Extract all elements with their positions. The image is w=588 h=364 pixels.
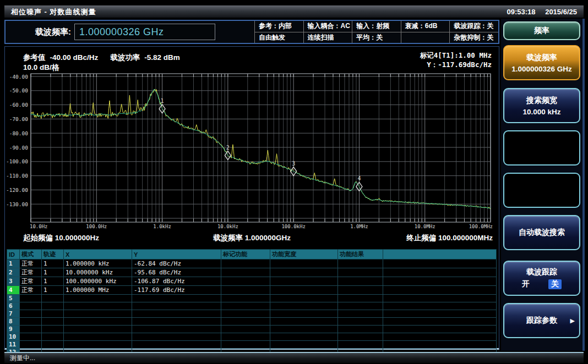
table-row[interactable]: 1正常11.000000 kHz-62.84 dBc/Hz xyxy=(7,260,497,268)
ref-value: -40.00 dBc/Hz xyxy=(50,53,99,62)
table-row[interactable]: 3正常1100.000000 kHz-106.87 dBc/Hz xyxy=(7,277,497,286)
search-span-button[interactable]: 搜索频宽 10.000 kHz xyxy=(503,88,580,123)
carrier-power-label: 载波功率 xyxy=(110,53,140,62)
column-header: Y xyxy=(132,250,221,260)
table-row[interactable]: 5 xyxy=(7,295,497,302)
table-row[interactable]: 8 xyxy=(7,318,497,326)
column-header: 轨迹 xyxy=(42,250,64,260)
table-row[interactable]: 7 xyxy=(7,310,497,318)
carrier-power-value: -5.82 dBm xyxy=(144,53,180,62)
date-display: 2015/6/25 xyxy=(545,8,577,16)
ref-label: 参考值 xyxy=(23,53,46,62)
setting-cell: 杂散抑制：关 xyxy=(450,32,498,43)
svg-text:1.0kHz: 1.0kHz xyxy=(153,224,171,229)
table-row[interactable]: 11 xyxy=(7,341,497,349)
submenu-arrow-icon: ▶ xyxy=(570,317,575,324)
top-status-row: 载波频率: 1.000000326 GHz 参考：内部输入耦合：AC输入：射频衰… xyxy=(4,20,499,44)
tracking-params-button[interactable]: 跟踪参数 ▶ xyxy=(503,303,580,338)
window-title: 相位噪声 - 对数曲线测量 xyxy=(11,7,96,17)
svg-text:10.0kHz: 10.0kHz xyxy=(217,224,238,229)
plot-area: -40.00-50.00-60.00-70.00-80.00-90.00-100… xyxy=(7,72,497,231)
svg-text:-80.00: -80.00 xyxy=(9,130,29,136)
settings-grid: 参考：内部输入耦合：AC输入：射频衰减：6dB载波跟踪：关自由触发连续扫描平均：… xyxy=(254,21,498,43)
main-panel: 参考值-40.00 dBc/Hz载波功率-5.82 dBm 10.0 dB/格 … xyxy=(4,46,499,350)
carrier-frequency-label: 载波频率: xyxy=(35,27,71,37)
svg-text:1.0MHz: 1.0MHz xyxy=(350,224,368,229)
column-header: 功能宽度 xyxy=(270,250,338,260)
marker-table: ID模式轨迹XY标记功能功能宽度功能结果1正常11.000000 kHz-62.… xyxy=(7,249,497,356)
chart-header: 参考值-40.00 dBc/Hz载波功率-5.82 dBm 10.0 dB/格 … xyxy=(7,48,497,72)
svg-text:100.0kHz: 100.0kHz xyxy=(281,224,305,229)
column-header: 标记功能 xyxy=(221,250,270,260)
svg-text:10.0MHz: 10.0MHz xyxy=(415,224,435,229)
svg-text:3: 3 xyxy=(292,161,295,167)
marker-readout-y: Y：-117.69dBc/Hz xyxy=(420,60,492,69)
trace-marker-2: 2 xyxy=(225,145,231,160)
table-row[interactable]: 9 xyxy=(7,326,497,333)
svg-text:-100.00: -100.00 xyxy=(7,158,28,164)
carrier-tracking-toggle[interactable]: 载波跟踪 开 关 xyxy=(503,261,580,296)
tracking-off-option[interactable]: 关 xyxy=(548,279,562,289)
trace-marker-3: 3 xyxy=(291,161,297,176)
trace-marker-1: 1 xyxy=(159,98,165,113)
svg-text:-90.00: -90.00 xyxy=(9,145,29,151)
carrier-frequency-box: 载波频率: 1.000000326 GHz xyxy=(6,21,254,43)
tracking-on-option[interactable]: 开 xyxy=(522,279,530,289)
column-header xyxy=(383,250,497,260)
svg-text:-130.00: -130.00 xyxy=(7,201,28,207)
chart-ref-line: 参考值-40.00 dBc/Hz载波功率-5.82 dBm xyxy=(23,53,180,63)
auto-carrier-search-button[interactable]: 自动载波搜索 xyxy=(503,215,580,250)
softkey-sidebar: 频率 载波频率 1.000000326 GHz 搜索频宽 10.000 kHz … xyxy=(501,19,585,351)
svg-text:2: 2 xyxy=(226,145,230,151)
carrier-frequency-button[interactable]: 载波频率 1.000000326 GHz xyxy=(503,45,580,80)
softkey-blank-1 xyxy=(503,130,580,166)
table-row[interactable]: 2正常110.000000 kHz-95.68 dBc/Hz xyxy=(7,268,497,277)
setting-cell: 输入耦合：AC xyxy=(304,21,353,32)
setting-cell xyxy=(401,32,450,43)
svg-text:1: 1 xyxy=(161,98,164,104)
setting-cell: 载波跟踪：关 xyxy=(450,21,498,32)
column-header: 功能结果 xyxy=(338,250,383,260)
time-display: 09:53:18 xyxy=(507,8,535,16)
svg-text:100.0MHz: 100.0MHz xyxy=(469,224,493,229)
setting-cell: 衰减：6dB xyxy=(401,21,450,32)
svg-text:-50.00: -50.00 xyxy=(9,87,29,93)
column-header: 模式 xyxy=(20,250,42,260)
menu-header-frequency: 频率 xyxy=(503,21,580,40)
svg-text:-120.00: -120.00 xyxy=(7,187,28,193)
svg-text:-110.00: -110.00 xyxy=(7,173,28,179)
svg-text:4: 4 xyxy=(357,175,361,181)
title-bar: 相位噪声 - 对数曲线测量 09:53:18 2015/6/25 xyxy=(4,5,584,18)
instrument-screen: 相位噪声 - 对数曲线测量 09:53:18 2015/6/25 载波频率: 1… xyxy=(0,0,588,364)
softkey-blank-2 xyxy=(503,173,580,208)
phase-noise-chart: 参考值-40.00 dBc/Hz载波功率-5.82 dBm 10.0 dB/格 … xyxy=(7,48,497,247)
table-row[interactable]: 10 xyxy=(7,333,497,341)
chart-footer: 起始频偏 10.000000Hz 载波频率 1.000000GHz 终止频偏 1… xyxy=(7,231,497,245)
marker-readout-x: 标记4[T1]:1.00 MHz xyxy=(420,51,492,60)
clock: 09:53:18 2015/6/25 xyxy=(499,8,577,16)
scale-per-div: 10.0 dB/格 xyxy=(23,63,59,73)
setting-cell: 参考：内部 xyxy=(255,21,304,32)
marker-table-section: ID模式轨迹XY标记功能功能宽度功能结果1正常11.000000 kHz-62.… xyxy=(7,249,497,356)
column-header: ID xyxy=(7,250,20,260)
setting-cell: 连续扫描 xyxy=(304,32,353,43)
setting-cell: 输入：射频 xyxy=(352,21,401,32)
svg-text:100.0Hz: 100.0Hz xyxy=(86,224,107,229)
svg-text:-70.00: -70.00 xyxy=(9,116,29,122)
table-header-row: ID模式轨迹XY标记功能功能宽度功能结果 xyxy=(7,250,497,260)
svg-text:-60.00: -60.00 xyxy=(9,102,29,108)
marker-readout: 标记4[T1]:1.00 MHz Y：-117.69dBc/Hz xyxy=(420,51,492,69)
svg-text:10.0Hz: 10.0Hz xyxy=(30,224,48,229)
svg-text:-40.00: -40.00 xyxy=(9,74,29,80)
status-message: 测量中... xyxy=(10,354,35,363)
status-bar: 测量中... xyxy=(4,352,584,363)
table-row[interactable]: 6 xyxy=(7,302,497,310)
table-row[interactable]: 4正常11.000000 MHz-117.69 dBc/Hz xyxy=(7,286,497,295)
column-header: X xyxy=(64,250,132,260)
setting-cell: 自由触发 xyxy=(255,32,304,43)
carrier-frequency-input[interactable]: 1.000000326 GHz xyxy=(74,24,215,40)
setting-cell: 平均：关 xyxy=(352,32,401,43)
stop-offset: 终止频偏 100.000000MHz xyxy=(406,233,493,243)
